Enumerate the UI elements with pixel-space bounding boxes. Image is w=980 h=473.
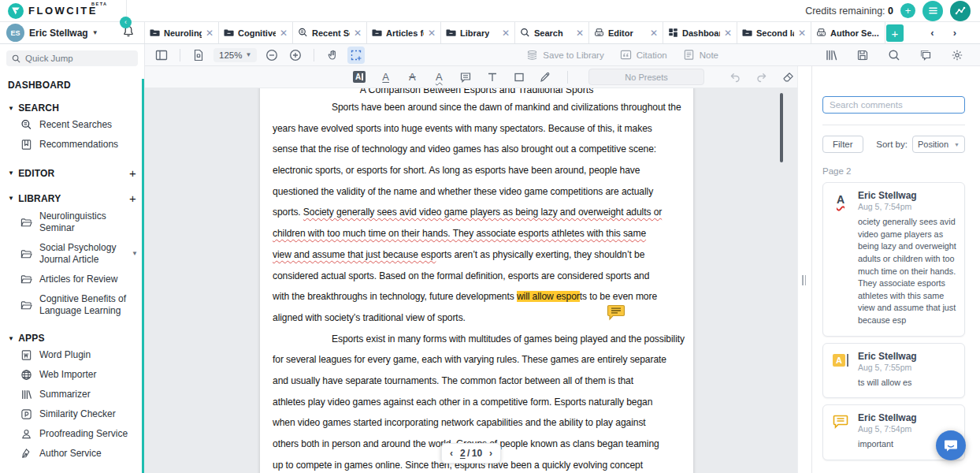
save-to-library-button[interactable]: Save to Library	[526, 49, 603, 61]
close-icon[interactable]: ✕	[354, 28, 362, 38]
marquee-select-icon[interactable]	[347, 47, 365, 64]
document-line: considered actual sports. Based on the f…	[273, 266, 681, 287]
item-label: Recommendations	[39, 139, 138, 151]
search-comments-input[interactable]	[822, 96, 965, 114]
zoom-level-select[interactable]: 125% ▼	[213, 48, 257, 62]
eraser-icon[interactable]	[780, 69, 797, 86]
folder-outline-icon	[20, 248, 32, 260]
undo-icon[interactable]	[726, 69, 744, 86]
chat-support-button[interactable]	[936, 430, 966, 460]
sidebar-section-library[interactable]: ▼LIBRARY+	[8, 192, 136, 205]
highlight-tool-icon[interactable]: A	[351, 69, 367, 86]
filter-button[interactable]: Filter	[822, 136, 863, 153]
tab-articles-fo---[interactable]: Articles fo...✕	[367, 22, 441, 43]
quick-jump-input[interactable]: Quick Jump	[6, 50, 138, 66]
save-icon[interactable]	[854, 47, 871, 64]
note-button[interactable]: Note	[683, 49, 718, 61]
tab-strip: Neuroling...✕Cognitive ...✕Recent Se...✕…	[145, 22, 885, 43]
hand-pan-icon[interactable]	[324, 47, 341, 64]
comment-marker-icon[interactable]	[607, 304, 625, 324]
close-icon[interactable]: ✕	[724, 28, 732, 38]
presets-input[interactable]: No Presets	[588, 69, 704, 85]
tab-scroll-right-icon[interactable]: ›	[953, 27, 956, 39]
previous-page-icon[interactable]: ‹	[450, 448, 453, 459]
sidebar-item-proofreading-service[interactable]: Proofreading Service	[0, 424, 144, 444]
folder-icon	[372, 28, 382, 38]
redo-icon[interactable]	[753, 69, 770, 86]
zoom-in-icon[interactable]	[287, 47, 304, 64]
document-line: questioned the validity of the name and …	[273, 181, 681, 203]
sidebar: Quick Jump DASHBOARD▼SEARCHRecent Search…	[0, 44, 145, 473]
sidebar-section-editor[interactable]: ▼EDITOR+	[8, 166, 136, 180]
tab-dashboard[interactable]: Dashboard✕	[663, 22, 737, 43]
zoom-out-icon[interactable]	[263, 47, 280, 64]
note-icon	[683, 49, 695, 61]
main-menu-button[interactable]	[922, 1, 943, 21]
pen-tool-icon[interactable]	[537, 69, 553, 86]
sidebar-item-web-importer[interactable]: Web Importer	[0, 365, 144, 385]
tab-neuroling---[interactable]: Neuroling...✕	[145, 22, 219, 43]
new-tab-button[interactable]: +	[886, 24, 904, 42]
comments-panel: Filter Sort by: Position ▼ Page 2 AEric …	[811, 66, 980, 473]
comments-page-label: Page 2	[822, 166, 965, 176]
sidebar-section-apps[interactable]: ▼APPS	[8, 333, 136, 344]
sidebar-item-articles-for-review[interactable]: Articles for Review	[0, 270, 144, 289]
sidebar-item-neurolinguistics-seminar[interactable]: Neurolinguistics Seminar	[0, 207, 144, 238]
toggle-panel-icon[interactable]	[153, 47, 170, 64]
search-icon[interactable]	[885, 47, 903, 64]
tab-library[interactable]: Library✕	[441, 22, 515, 43]
library-books-icon[interactable]	[822, 47, 840, 64]
add-icon[interactable]: +	[129, 166, 136, 180]
add-icon[interactable]: +	[129, 192, 136, 205]
sidebar-item-author-service[interactable]: Author Service	[0, 444, 144, 464]
text-tool-icon[interactable]	[484, 69, 500, 86]
sort-select[interactable]: Position ▼	[912, 136, 965, 153]
comment-card[interactable]: AEric StellwagAug 5, 7:55pmts will allow…	[822, 343, 965, 399]
resize-handle[interactable]	[802, 275, 806, 285]
sidebar-item-similarity-checker[interactable]: Similarity Checker	[0, 404, 144, 424]
sidebar-item-recent-searches[interactable]: Recent Searches	[0, 115, 144, 135]
comments-panel-icon[interactable]	[917, 47, 934, 64]
squiggly-tool-icon[interactable]: A	[431, 69, 447, 86]
tab-label: Author Se...	[830, 28, 879, 38]
close-icon[interactable]: ✕	[650, 28, 658, 38]
strikethrough-tool-icon[interactable]: A	[405, 69, 421, 86]
comment-card[interactable]: AEric StellwagAug 5, 7:54pmociety genera…	[822, 182, 965, 337]
sidebar-section-dashboard[interactable]: DASHBOARD	[8, 80, 136, 91]
toolbar-right-icons	[822, 47, 972, 64]
sidebar-item-social-psychology-journal-article[interactable]: Social Psychology Journal Article▼	[0, 238, 144, 270]
close-icon[interactable]: ✕	[280, 28, 288, 38]
comment-annotation-icon	[831, 412, 850, 431]
close-icon[interactable]: ✕	[798, 28, 806, 38]
tab-second-la---[interactable]: Second la...✕	[737, 22, 811, 43]
comment-timestamp: Aug 5, 7:54pm	[858, 424, 917, 434]
tab-editor[interactable]: Editor✕	[589, 22, 663, 43]
close-icon[interactable]: ✕	[428, 28, 436, 38]
tab-scroll-left-icon[interactable]: ‹	[930, 27, 934, 39]
page-fit-icon[interactable]	[190, 47, 207, 64]
sidebar-item-word-plugin[interactable]: Word Plugin	[0, 345, 144, 365]
underline-tool-icon[interactable]: A	[378, 69, 394, 86]
sidebar-item-cognitive-benefits-of-language-learning[interactable]: Cognitive Benefits of Language Learning	[0, 289, 144, 321]
close-icon[interactable]: ✕	[502, 28, 510, 38]
settings-gear-icon[interactable]	[948, 47, 966, 64]
view-controls: 125% ▼	[153, 47, 365, 64]
tab-recent-se---[interactable]: Recent Se...✕	[293, 22, 367, 43]
tab-cognitive----[interactable]: Cognitive ...✕	[219, 22, 293, 43]
tab-search[interactable]: Search✕	[515, 22, 589, 43]
sidebar-section-search[interactable]: ▼SEARCH	[8, 102, 136, 114]
tab-author-se---[interactable]: Author Se...	[811, 22, 885, 43]
rectangle-tool-icon[interactable]	[511, 69, 527, 86]
sidebar-item-recommendations[interactable]: Recommendations	[0, 135, 144, 155]
comment-tool-icon[interactable]	[458, 69, 473, 86]
avatar: ES	[6, 24, 24, 42]
next-page-icon[interactable]: ›	[489, 448, 492, 459]
citation-button[interactable]: Citation	[620, 49, 667, 61]
sidebar-collapse-button[interactable]: ‹	[120, 17, 132, 28]
analytics-button[interactable]	[950, 1, 971, 21]
close-icon[interactable]: ✕	[576, 28, 584, 38]
sidebar-item-summarizer[interactable]: Summarizer	[0, 385, 144, 404]
vertical-scrollbar[interactable]	[780, 93, 783, 162]
close-icon[interactable]: ✕	[206, 28, 213, 38]
add-credits-button[interactable]: +	[900, 3, 915, 18]
